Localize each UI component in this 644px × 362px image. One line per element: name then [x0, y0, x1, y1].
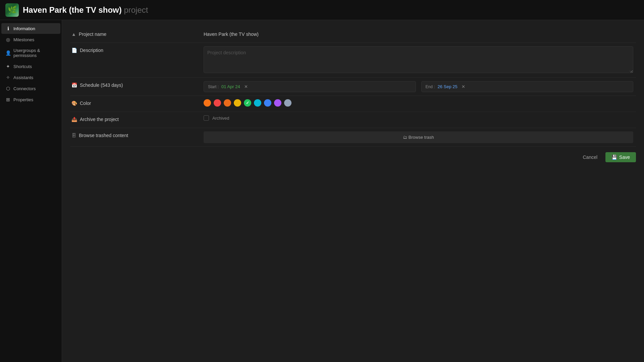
archive-row: 📤 Archive the project Archived — [70, 112, 636, 128]
schedule-start-clear[interactable]: ✕ — [244, 84, 248, 89]
project-name-bold: Haven Park (the TV show) — [23, 5, 122, 14]
project-name-label-container: ▲ Project name — [70, 27, 201, 42]
color-dot-yellow[interactable] — [234, 99, 241, 107]
shortcuts-icon: ✦ — [5, 64, 11, 69]
sidebar-item-information[interactable]: ℹ Information — [1, 23, 60, 34]
description-label: Description — [80, 48, 103, 53]
color-dot-slate[interactable] — [284, 99, 291, 107]
project-name-label: Project name — [79, 32, 106, 37]
archive-label: Archive the project — [80, 117, 119, 122]
connectors-icon: ⬡ — [5, 86, 11, 91]
sidebar-item-connectors[interactable]: ⬡ Connectors — [1, 83, 60, 94]
color-dots-container — [204, 99, 291, 107]
schedule-end-date: 26 Sep 25 — [438, 84, 458, 89]
color-icon: 🎨 — [71, 101, 77, 106]
description-textarea[interactable] — [204, 46, 633, 73]
description-label-container: 📄 Description — [70, 43, 201, 58]
color-row: 🎨 Color — [70, 96, 636, 112]
project-name-row: ▲ Project name — [70, 27, 636, 43]
sidebar-label-connectors: Connectors — [13, 86, 36, 91]
browse-trash-icon: 🗄 — [71, 133, 76, 138]
browse-trash-row: 🗄 Browse trashed content 🗂 Browse trash — [70, 128, 636, 147]
sidebar-item-assistants[interactable]: ✧ Assistants — [1, 72, 60, 83]
usergroups-icon: 👤 — [5, 50, 11, 56]
browse-trash-value: 🗂 Browse trash — [201, 128, 636, 146]
color-dot-purple[interactable] — [274, 99, 281, 107]
color-label: Color — [80, 101, 91, 106]
milestones-icon: ◎ — [5, 37, 11, 42]
schedule-fields: Start : 01 Apr 24 ✕ End : 26 Sep 25 ✕ — [204, 81, 633, 92]
color-dot-red[interactable] — [214, 99, 221, 107]
sidebar-label-usergroups: Usergroups & permissions — [13, 48, 56, 58]
main-layout: ℹ Information ◎ Milestones 👤 Usergroups … — [0, 20, 644, 362]
browse-trash-button[interactable]: 🗂 Browse trash — [204, 131, 633, 143]
schedule-label: Schedule (543 days) — [80, 82, 123, 88]
cancel-button[interactable]: Cancel — [579, 153, 601, 162]
color-value — [201, 96, 636, 110]
information-icon: ℹ — [5, 26, 11, 31]
project-name-suffix: project — [122, 5, 148, 14]
browse-trash-button-text: 🗂 Browse trash — [403, 135, 434, 140]
sidebar-label-milestones: Milestones — [13, 37, 34, 42]
schedule-end-clear[interactable]: ✕ — [462, 84, 465, 89]
archive-checkbox[interactable] — [204, 115, 209, 121]
schedule-value: Start : 01 Apr 24 ✕ End : 26 Sep 25 ✕ — [201, 78, 636, 96]
page-title: Haven Park (the TV show) project — [23, 5, 148, 15]
sidebar-item-usergroups[interactable]: 👤 Usergroups & permissions — [1, 45, 60, 61]
sidebar-label-properties: Properties — [13, 97, 33, 102]
sidebar-label-shortcuts: Shortcuts — [13, 64, 32, 69]
color-label-container: 🎨 Color — [70, 96, 201, 111]
project-name-icon: ▲ — [71, 32, 76, 37]
color-dot-orange[interactable] — [204, 99, 211, 107]
archive-value: Archived — [201, 112, 636, 124]
properties-icon: ⊞ — [5, 97, 11, 102]
schedule-start-date: 01 Apr 24 — [221, 84, 240, 89]
schedule-start-field[interactable]: Start : 01 Apr 24 ✕ — [204, 81, 416, 92]
header: 🌿 Haven Park (the TV show) project — [0, 0, 644, 20]
color-dot-blue[interactable] — [264, 99, 271, 107]
save-icon: 💾 — [611, 155, 617, 160]
logo-emoji: 🌿 — [8, 6, 17, 14]
color-dot-green[interactable] — [244, 99, 251, 107]
footer-buttons: Cancel 💾 Save — [70, 147, 636, 162]
description-icon: 📄 — [71, 48, 77, 53]
sidebar-item-milestones[interactable]: ◎ Milestones — [1, 34, 60, 45]
schedule-row: 📅 Schedule (543 days) Start : 01 Apr 24 … — [70, 78, 636, 96]
description-value: ⤡ — [201, 43, 636, 77]
archive-icon: 📤 — [71, 117, 77, 122]
project-name-input[interactable] — [204, 30, 633, 38]
description-wrapper: ⤡ — [204, 46, 633, 74]
save-button[interactable]: 💾 Save — [605, 152, 636, 162]
main-content: ▲ Project name 📄 Description ⤡ — [62, 20, 644, 362]
sidebar-item-properties[interactable]: ⊞ Properties — [1, 94, 60, 105]
assistants-icon: ✧ — [5, 75, 11, 80]
archived-text: Archived — [212, 116, 229, 121]
resize-handle: ⤡ — [629, 70, 632, 73]
archive-label-container: 📤 Archive the project — [70, 112, 201, 127]
schedule-end-field[interactable]: End : 26 Sep 25 ✕ — [421, 81, 634, 92]
project-name-value — [201, 27, 636, 42]
browse-trash-label-container: 🗄 Browse trashed content — [70, 128, 201, 143]
description-row: 📄 Description ⤡ — [70, 43, 636, 78]
schedule-icon: 📅 — [71, 82, 77, 88]
color-dot-cyan[interactable] — [254, 99, 261, 107]
sidebar-item-shortcuts[interactable]: ✦ Shortcuts — [1, 61, 60, 72]
archive-controls: Archived — [204, 115, 229, 121]
save-label: Save — [619, 155, 630, 160]
sidebar-label-information: Information — [13, 26, 35, 31]
browse-trash-label: Browse trashed content — [79, 133, 128, 138]
project-logo: 🌿 — [5, 3, 19, 17]
color-dot-darkorange[interactable] — [224, 99, 231, 107]
schedule-label-container: 📅 Schedule (543 days) — [70, 78, 201, 93]
schedule-start-label: Start : — [208, 84, 219, 89]
schedule-end-label: End : — [426, 84, 435, 89]
sidebar-label-assistants: Assistants — [13, 75, 33, 80]
sidebar: ℹ Information ◎ Milestones 👤 Usergroups … — [0, 20, 62, 362]
